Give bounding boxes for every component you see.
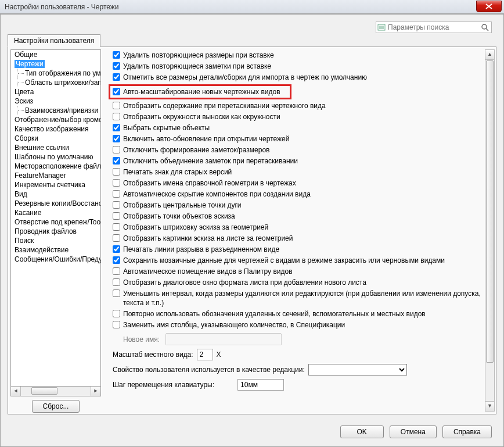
tree-item-label: Сообщения/Ошибки/Преду (15, 255, 101, 263)
option-checkbox[interactable] (113, 310, 120, 317)
tree-item[interactable]: Взаимодействие (11, 245, 100, 255)
tree-item[interactable]: Качество изображения (11, 124, 100, 134)
option-label: Печатать знак для старых версий (123, 167, 484, 177)
option-label: Отобразить картинки эскиза на листе за г… (123, 234, 484, 243)
option-checkbox[interactable] (113, 51, 120, 59)
cancel-button[interactable]: Отмена (390, 425, 437, 438)
tree-item[interactable]: Общие (11, 50, 100, 59)
tree-item[interactable]: Цвета (11, 87, 100, 96)
option-label: Отключить формирование заметок/размеров (123, 145, 484, 155)
option-row: Уменьшить интервал, когда размеры удаляю… (113, 289, 484, 307)
tree-item-label: Чертежи (15, 60, 45, 68)
custom-property-select[interactable] (308, 364, 407, 376)
option-label: Автоматическое скрытие компонентов при с… (123, 189, 484, 199)
title-bar: Настройки пользователя - Чертежи (0, 0, 504, 14)
scroll-down-button[interactable]: ▼ (485, 401, 494, 411)
option-checkbox[interactable] (113, 62, 120, 70)
help-button[interactable]: Справка (442, 425, 492, 438)
local-scale-suffix: X (217, 351, 221, 359)
scroll-left-button[interactable]: ◄ (11, 387, 21, 396)
tree-item[interactable]: Месторасположение файло (11, 162, 100, 171)
option-row: Отобразить центральные точки дуги (113, 201, 484, 210)
local-scale-input[interactable] (197, 349, 213, 360)
tree-item[interactable]: Чертежи (11, 59, 100, 69)
tree-horizontal-scrollbar[interactable]: ◄ ► (10, 387, 101, 396)
tree-item[interactable]: Касание (11, 208, 100, 217)
option-row: Заменить имя столбца, указывающего колич… (113, 320, 484, 330)
tree-item[interactable]: Сообщения/Ошибки/Преду (11, 255, 100, 264)
option-row: Отобразить точки объектов эскиза (113, 212, 484, 221)
tree-item-label: Проводник файлов (15, 227, 77, 235)
tree-item[interactable]: Область штриховки/зап (11, 78, 100, 87)
option-checkbox[interactable] (113, 88, 120, 95)
option-checkbox[interactable] (113, 267, 120, 275)
keyboard-step-input[interactable] (237, 379, 284, 391)
search-icon[interactable] (481, 23, 491, 31)
option-checkbox[interactable] (113, 245, 120, 253)
option-checkbox[interactable] (113, 256, 120, 264)
option-label: Отобразить окружности выноски как окружн… (123, 112, 484, 121)
tree-item-label: Вид (15, 190, 27, 198)
tree-item[interactable]: Проводник файлов (11, 227, 100, 236)
option-checkbox[interactable] (113, 190, 120, 198)
window-title: Настройки пользователя - Чертежи (5, 3, 119, 11)
option-label: Сохранить мозаичные данные для чертежей … (123, 256, 484, 265)
option-row: Отметить все размеры детали/сборки для и… (113, 73, 484, 82)
category-tree[interactable]: ОбщиеЧертежиТип отображения по умоОбласт… (10, 49, 101, 387)
scroll-thumb-vertical[interactable] (486, 60, 494, 363)
tree-item[interactable]: Эскиз (11, 96, 100, 106)
tree-item[interactable]: FeatureManager (11, 171, 100, 180)
search-box[interactable] (376, 22, 492, 33)
tree-item[interactable]: Отверстие под крепеж/Tool (11, 217, 100, 227)
settings-vertical-scrollbar[interactable]: ▲ ▼ (485, 49, 495, 412)
option-checkbox[interactable] (113, 212, 120, 220)
tree-item[interactable]: Сборки (11, 134, 100, 143)
option-checkbox[interactable] (113, 234, 120, 242)
option-checkbox[interactable] (113, 102, 120, 109)
scroll-up-button[interactable]: ▲ (485, 50, 494, 60)
tab-user-settings[interactable]: Настройки пользователя (8, 34, 100, 47)
tree-item-label: Поиск (15, 237, 34, 245)
option-label: Отобразить точки объектов эскиза (123, 212, 484, 221)
tree-item[interactable]: Тип отображения по умо (11, 69, 100, 78)
option-checkbox[interactable] (113, 321, 120, 328)
option-checkbox[interactable] (113, 146, 120, 153)
option-label: Автоматическое помещение видов в Палитру… (123, 267, 484, 276)
tree-item[interactable]: Резервные копии/Восстано (11, 199, 100, 208)
reset-button[interactable]: Сброс... (32, 400, 80, 413)
option-row: Отобразить штриховку эскиза за геометрие… (113, 223, 484, 232)
option-checkbox[interactable] (113, 168, 120, 176)
tree-item[interactable]: Взаимосвязи/привязки (11, 106, 100, 115)
close-button[interactable] (476, 1, 502, 12)
option-checkbox[interactable] (113, 179, 120, 187)
option-checkbox[interactable] (113, 201, 120, 209)
tree-item[interactable]: Отображение/выбор кромо (11, 115, 100, 124)
option-label: Отобразить центральные точки дуги (123, 201, 484, 210)
option-checkbox[interactable] (113, 73, 120, 81)
option-checkbox[interactable] (113, 135, 120, 142)
tree-item[interactable]: Внешние ссылки (11, 143, 100, 152)
tab-label: Настройки пользователя (14, 37, 94, 45)
search-input[interactable] (387, 22, 481, 33)
scroll-right-button[interactable]: ► (91, 387, 100, 396)
option-checkbox[interactable] (113, 124, 120, 131)
scroll-track[interactable] (21, 387, 91, 396)
tree-item[interactable]: Инкременты счетчика (11, 180, 100, 189)
option-checkbox[interactable] (113, 157, 120, 165)
option-checkbox[interactable] (113, 113, 120, 120)
option-label: Отобразить содержание при перетаскивании… (123, 101, 484, 110)
scroll-thumb[interactable] (31, 387, 57, 395)
option-checkbox[interactable] (113, 278, 120, 286)
option-label: Печатать линии разрыва в разъединенном в… (123, 245, 484, 254)
option-checkbox[interactable] (113, 223, 120, 231)
local-scale-label: Масштаб местного вида: (113, 351, 193, 359)
tree-item[interactable]: Вид (11, 189, 100, 199)
option-label: Отключить объединение заметок при перета… (123, 156, 484, 166)
ok-button[interactable]: OK (340, 425, 384, 438)
option-label: Отметить все размеры детали/сборки для и… (123, 73, 484, 82)
option-checkbox[interactable] (113, 289, 120, 297)
option-row: Авто-масштабирование новых чертежных вид… (109, 84, 291, 99)
local-scale-row: Масштаб местного вида: X (113, 349, 484, 360)
tree-item[interactable]: Поиск (11, 236, 100, 245)
tree-item[interactable]: Шаблоны по умолчанию (11, 152, 100, 162)
